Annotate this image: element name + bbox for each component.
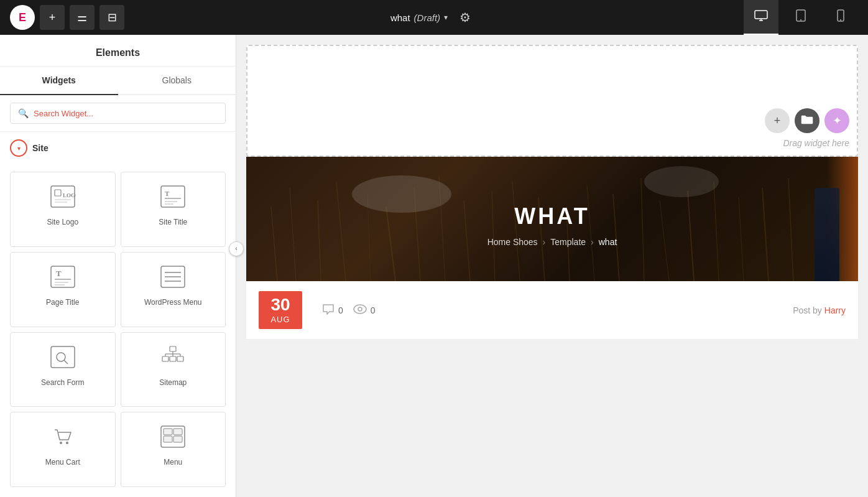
drop-zone-buttons: + ✦ <box>765 108 849 133</box>
site-section: ▾ Site <box>0 132 236 172</box>
desktop-view-button[interactable] <box>744 0 778 35</box>
site-logo-icon: LOGO <box>50 185 76 211</box>
wordpress-menu-icon <box>160 265 186 292</box>
elementor-logo: E <box>10 5 35 30</box>
sidebar-tabs: Widgets Globals <box>0 67 236 95</box>
desktop-icon <box>754 10 768 24</box>
breadcrumb: Home Shoes › Template › what <box>487 237 617 247</box>
search-input[interactable] <box>34 109 218 118</box>
tablet-view-button[interactable] <box>783 0 818 35</box>
svg-point-69 <box>354 305 366 314</box>
svg-line-47 <box>318 200 321 281</box>
menu-cart-icon <box>50 425 76 452</box>
date-box: 30 AUG <box>259 291 302 329</box>
svg-line-62 <box>688 191 694 281</box>
draft-label: (Draft) <box>414 12 441 23</box>
breadcrumb-sep-1: › <box>543 237 546 247</box>
add-widget-button[interactable]: + <box>765 108 790 133</box>
svg-rect-41 <box>164 429 172 435</box>
page-name-button[interactable]: what (Draft) ▾ <box>390 12 448 23</box>
post-meta-bar: 30 AUG 0 <box>246 281 858 339</box>
drop-zone-actions: + ✦ Drag widget here <box>765 108 849 148</box>
meta-icons: 0 0 <box>322 304 376 317</box>
svg-point-70 <box>358 307 362 311</box>
svg-rect-43 <box>164 436 172 442</box>
drop-text: Drag widget here <box>783 138 849 148</box>
topbar-right <box>744 0 858 35</box>
collapse-icon: ‹ <box>235 245 237 252</box>
banner-title: WHAT <box>487 203 617 230</box>
svg-rect-32 <box>177 356 183 361</box>
widget-sitemap[interactable]: Sitemap <box>121 332 226 407</box>
mobile-view-button[interactable] <box>823 0 858 35</box>
search-wrapper: 🔍 <box>10 103 226 124</box>
folder-icon <box>801 114 813 128</box>
widget-search-form[interactable]: Search Form <box>10 332 116 407</box>
widget-site-logo[interactable]: LOGO Site Logo <box>10 172 116 247</box>
svg-line-64 <box>739 197 744 281</box>
widget-wordpress-menu[interactable]: WordPress Menu <box>121 252 226 327</box>
widget-menu-cart[interactable]: Menu Cart <box>10 412 116 487</box>
site-title-icon: T <box>160 185 186 211</box>
svg-rect-8 <box>55 190 61 196</box>
svg-rect-0 <box>755 11 767 19</box>
breadcrumb-sep-2: › <box>591 237 594 247</box>
layers-button[interactable]: ⊟ <box>99 5 124 30</box>
search-icon: 🔍 <box>18 108 29 118</box>
svg-text:LOGO: LOGO <box>63 192 76 198</box>
magic-button[interactable]: ✦ <box>824 108 849 133</box>
comments-icon <box>322 304 335 317</box>
post-by-label: Post by <box>793 305 822 315</box>
tab-widgets[interactable]: Widgets <box>0 67 118 95</box>
svg-line-50 <box>386 207 395 281</box>
chevron-icon: ▾ <box>17 145 21 152</box>
widget-menu[interactable]: Menu <box>121 412 226 487</box>
views-icon <box>353 304 367 316</box>
collapse-sidebar-button[interactable]: ‹ <box>229 241 244 256</box>
post-by: Post by Harry <box>793 305 846 315</box>
svg-point-6 <box>840 19 841 21</box>
customize-button[interactable]: ⚌ <box>70 5 95 30</box>
svg-point-68 <box>644 166 719 197</box>
add-section-button[interactable]: + <box>40 5 65 30</box>
topbar-center: what (Draft) ▾ ⚙ <box>390 5 478 30</box>
tab-globals[interactable]: Globals <box>118 67 236 95</box>
svg-point-39 <box>66 442 68 444</box>
svg-text:T: T <box>56 269 62 278</box>
svg-line-48 <box>336 182 346 281</box>
page-settings-button[interactable]: ⚙ <box>453 5 478 30</box>
widget-grid: LOGO Site Logo T <box>0 172 236 497</box>
plus-icon: + <box>49 11 56 24</box>
magic-icon: ✦ <box>833 114 842 128</box>
elements-title: Elements <box>96 47 140 58</box>
page-name-text: what <box>390 12 410 23</box>
search-form-icon <box>50 345 76 372</box>
svg-line-65 <box>762 188 769 281</box>
svg-rect-26 <box>51 346 75 368</box>
widget-menu-cart-label: Menu Cart <box>45 458 80 467</box>
svg-point-67 <box>352 175 451 213</box>
widget-page-title[interactable]: T Page Title <box>10 252 116 327</box>
gear-icon: ⚙ <box>459 10 471 25</box>
site-section-circle: ▾ <box>10 139 27 157</box>
svg-rect-30 <box>162 356 169 361</box>
sliders-icon: ⚌ <box>77 11 87 24</box>
widget-site-logo-label: Site Logo <box>47 218 78 226</box>
svg-rect-42 <box>173 429 182 435</box>
logo-letter: E <box>19 11 26 24</box>
folder-button[interactable] <box>795 108 820 133</box>
widget-site-title[interactable]: T Site Title <box>121 172 226 247</box>
breadcrumb-item-current: what <box>599 237 617 247</box>
site-header[interactable]: ▾ Site <box>10 139 226 157</box>
svg-rect-17 <box>51 266 75 287</box>
widget-search-form-label: Search Form <box>41 378 84 387</box>
svg-point-38 <box>60 442 62 444</box>
chevron-down-icon: ▾ <box>444 13 448 22</box>
date-day: 30 <box>261 296 300 314</box>
page-title-icon: T <box>50 265 76 292</box>
svg-line-45 <box>271 207 277 281</box>
breadcrumb-item-home: Home Shoes <box>487 237 538 247</box>
sidebar: Elements Widgets Globals 🔍 ▾ Site <box>0 35 236 497</box>
svg-point-4 <box>800 19 801 21</box>
svg-line-53 <box>464 200 470 281</box>
